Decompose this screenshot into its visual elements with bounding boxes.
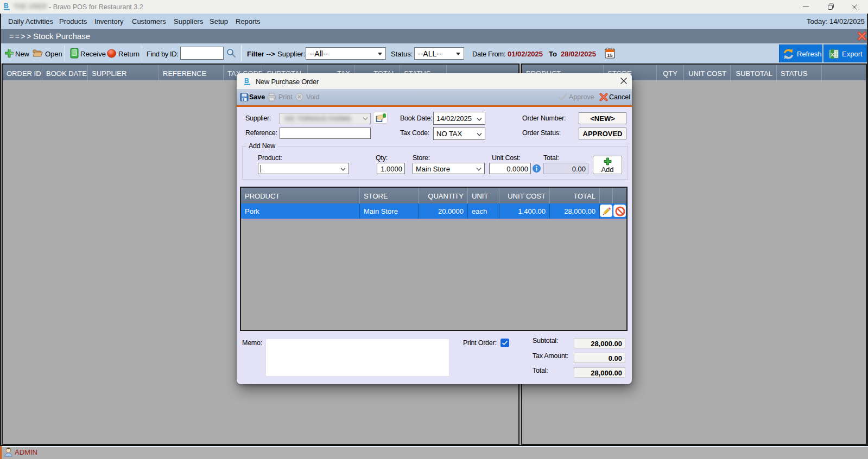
svg-text:15: 15 [607, 53, 613, 58]
svg-text:X: X [831, 52, 834, 58]
svg-text:B: B [244, 77, 249, 85]
svg-text:B: B [4, 2, 9, 10]
